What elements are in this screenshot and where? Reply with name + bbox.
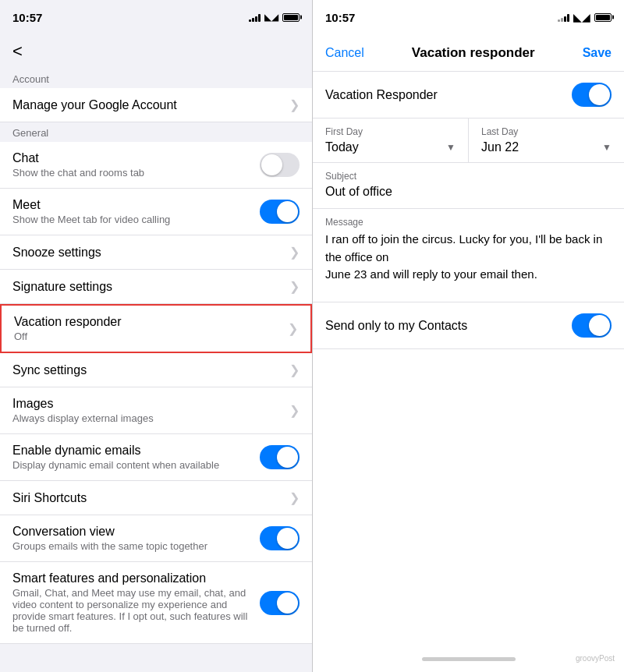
chat-toggle[interactable]	[260, 153, 300, 177]
right-panel: 10:57 ◣◢ Cancel Vacation responder Save …	[312, 0, 624, 672]
list-item-meet[interactable]: Meet Show the Meet tab for video calling	[0, 189, 312, 235]
left-status-icons: ◣◢	[249, 12, 300, 23]
vacation-responder-header: Cancel Vacation responder Save	[313, 34, 624, 72]
section-header-general: General	[0, 122, 312, 142]
chevron-right-icon: ❯	[289, 363, 300, 377]
send-only-label: Send only to my Contacts	[325, 319, 467, 333]
item-title: Sync settings	[12, 363, 283, 377]
right-status-time: 10:57	[325, 11, 355, 24]
battery-icon	[282, 13, 300, 22]
subject-label: Subject	[325, 171, 612, 182]
battery-icon	[594, 13, 612, 22]
item-title: Vacation responder	[14, 315, 282, 329]
message-label: Message	[325, 217, 612, 228]
first-day-col[interactable]: First Day Today ▼	[313, 118, 469, 162]
left-panel: 10:57 ◣◢ < Account Manage your Google Ac…	[0, 0, 312, 672]
list-item-siri-shortcuts[interactable]: Siri Shortcuts ❯	[0, 481, 312, 515]
chevron-right-icon: ❯	[289, 97, 300, 112]
item-title: Snooze settings	[12, 246, 283, 260]
date-row: First Day Today ▼ Last Day Jun 22 ▼	[313, 118, 624, 163]
item-subtitle: Show the chat and rooms tab	[12, 167, 260, 179]
list-item-snooze[interactable]: Snooze settings ❯	[0, 235, 312, 270]
chevron-right-icon: ❯	[289, 403, 300, 418]
page-title: Vacation responder	[412, 45, 535, 61]
right-status-bar: 10:57 ◣◢	[313, 0, 624, 34]
back-button[interactable]: <	[0, 34, 312, 69]
list-item-chat[interactable]: Chat Show the chat and rooms tab	[0, 142, 312, 189]
first-day-label: First Day	[325, 126, 456, 137]
section-header-account: Account	[0, 69, 312, 88]
item-subtitle: Show the Meet tab for video calling	[12, 214, 260, 225]
vacation-responder-toggle[interactable]	[572, 83, 612, 107]
item-title: Smart features and personalization	[12, 571, 260, 585]
right-content-area: Vacation Responder First Day Today ▼ Las…	[313, 72, 624, 645]
list-item-manage-google[interactable]: Manage your Google Account ❯	[0, 88, 312, 122]
list-item-conversation-view[interactable]: Conversation view Groups emails with the…	[0, 515, 312, 562]
item-title: Signature settings	[12, 280, 283, 294]
chevron-right-icon: ❯	[289, 245, 300, 260]
right-status-icons: ◣◢	[558, 11, 612, 23]
watermark: groovyPost	[576, 654, 615, 663]
wifi-icon: ◣◢	[264, 12, 278, 23]
left-scroll-content: Account Manage your Google Account ❯ Gen…	[0, 69, 312, 672]
list-item-dynamic-emails[interactable]: Enable dynamic emails Display dynamic em…	[0, 434, 312, 481]
item-title: Siri Shortcuts	[12, 491, 283, 505]
send-only-row[interactable]: Send only to my Contacts	[313, 302, 624, 349]
subject-section[interactable]: Subject Out of office	[313, 163, 624, 209]
list-item-images[interactable]: Images Always display external images ❯	[0, 387, 312, 434]
list-item-sync[interactable]: Sync settings ❯	[0, 353, 312, 387]
item-title: Manage your Google Account	[12, 98, 283, 112]
chevron-right-icon: ❯	[288, 321, 298, 336]
wifi-icon: ◣◢	[573, 11, 590, 23]
message-value: I ran off to join the circus. Lucky for …	[325, 231, 612, 284]
message-section[interactable]: Message I ran off to join the circus. Lu…	[313, 209, 624, 302]
home-bar	[422, 657, 516, 661]
chevron-right-icon: ❯	[289, 279, 300, 294]
item-subtitle: Always display external images	[12, 412, 283, 424]
signal-icon	[558, 12, 569, 22]
last-day-col[interactable]: Last Day Jun 22 ▼	[469, 118, 624, 162]
item-subtitle: Gmail, Chat, and Meet may use my email, …	[12, 587, 260, 634]
left-status-bar: 10:57 ◣◢	[0, 0, 312, 34]
signal-icon	[249, 12, 261, 22]
vacation-responder-row[interactable]: Vacation Responder	[313, 72, 624, 118]
last-day-value: Jun 22	[481, 140, 519, 154]
item-subtitle: Display dynamic email content when avail…	[12, 459, 260, 471]
item-title: Images	[12, 397, 283, 411]
first-day-dropdown-icon: ▼	[446, 142, 456, 153]
last-day-dropdown-icon: ▼	[602, 142, 612, 153]
conversation-toggle[interactable]	[260, 526, 300, 550]
back-chevron-icon: <	[12, 41, 23, 62]
send-only-toggle[interactable]	[572, 313, 612, 338]
vacation-responder-label: Vacation Responder	[325, 88, 438, 102]
list-item-signature[interactable]: Signature settings ❯	[0, 270, 312, 304]
list-item-smart-features[interactable]: Smart features and personalization Gmail…	[0, 562, 312, 644]
dynamic-emails-toggle[interactable]	[260, 445, 300, 469]
cancel-button[interactable]: Cancel	[325, 46, 364, 60]
list-item-vacation-responder[interactable]: Vacation responder Off ❯	[0, 304, 312, 353]
meet-toggle[interactable]	[260, 200, 300, 224]
item-subtitle: Groups emails with the same topic togeth…	[12, 540, 260, 552]
item-title: Chat	[12, 151, 260, 165]
item-title: Meet	[12, 198, 260, 212]
last-day-label: Last Day	[481, 126, 612, 137]
first-day-value: Today	[325, 140, 359, 154]
chevron-right-icon: ❯	[289, 490, 300, 505]
smart-features-toggle[interactable]	[260, 591, 300, 615]
item-title: Conversation view	[12, 525, 260, 539]
save-button[interactable]: Save	[583, 46, 612, 60]
item-title: Enable dynamic emails	[12, 444, 260, 458]
subject-value: Out of office	[325, 185, 612, 205]
item-subtitle: Off	[14, 331, 282, 342]
left-status-time: 10:57	[12, 11, 42, 24]
